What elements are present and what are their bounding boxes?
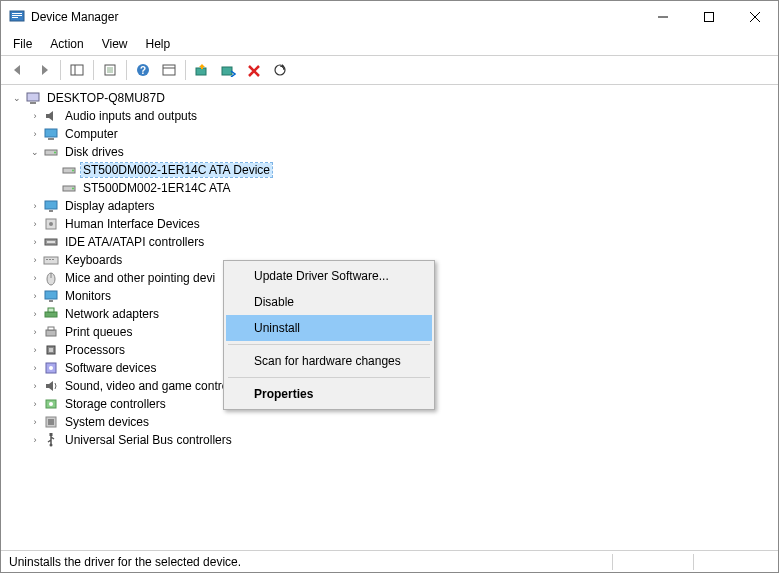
svg-rect-47 bbox=[46, 330, 56, 336]
context-menu: Update Driver Software... Disable Uninst… bbox=[223, 260, 435, 410]
disk-icon bbox=[61, 180, 77, 196]
expand-icon[interactable]: › bbox=[27, 234, 43, 250]
ctx-separator bbox=[228, 344, 430, 345]
svg-rect-37 bbox=[44, 257, 58, 264]
action-button[interactable] bbox=[157, 58, 181, 82]
tree-node[interactable]: ›Display adapters bbox=[5, 197, 778, 215]
show-hide-tree-button[interactable] bbox=[65, 58, 89, 82]
node-label: Mice and other pointing devi bbox=[63, 271, 217, 285]
collapse-icon[interactable]: ⌄ bbox=[27, 144, 43, 160]
svg-rect-50 bbox=[49, 348, 53, 352]
window-title: Device Manager bbox=[31, 10, 640, 24]
expand-icon[interactable]: › bbox=[27, 342, 43, 358]
expand-icon[interactable]: › bbox=[27, 432, 43, 448]
computer-icon bbox=[43, 126, 59, 142]
expand-icon[interactable]: › bbox=[27, 324, 43, 340]
node-label: System devices bbox=[63, 415, 151, 429]
ctx-disable[interactable]: Disable bbox=[226, 289, 432, 315]
tree-node[interactable]: ›IDE ATA/ATAPI controllers bbox=[5, 233, 778, 251]
tree-node[interactable]: ›Computer bbox=[5, 125, 778, 143]
svg-rect-43 bbox=[45, 291, 57, 299]
display-icon bbox=[43, 198, 59, 214]
back-button[interactable] bbox=[6, 58, 30, 82]
properties-button[interactable] bbox=[98, 58, 122, 82]
node-label: IDE ATA/ATAPI controllers bbox=[63, 235, 206, 249]
menu-file[interactable]: File bbox=[5, 35, 40, 53]
tree-child-node[interactable]: ST500DM002-1ER14C ATA bbox=[5, 179, 778, 197]
expand-icon[interactable]: › bbox=[27, 270, 43, 286]
toolbar-separator bbox=[126, 60, 127, 80]
menu-help[interactable]: Help bbox=[138, 35, 179, 53]
menu-view[interactable]: View bbox=[94, 35, 136, 53]
svg-rect-22 bbox=[30, 102, 36, 104]
svg-rect-44 bbox=[49, 300, 53, 302]
expand-icon[interactable]: › bbox=[27, 198, 43, 214]
expand-icon[interactable]: › bbox=[27, 108, 43, 124]
tree-node[interactable]: ⌄Disk drives bbox=[5, 143, 778, 161]
print-icon bbox=[43, 324, 59, 340]
expand-icon[interactable]: › bbox=[27, 378, 43, 394]
collapse-icon[interactable]: ⌄ bbox=[9, 90, 25, 106]
expand-icon[interactable]: › bbox=[27, 216, 43, 232]
svg-rect-46 bbox=[48, 308, 54, 312]
ctx-scan[interactable]: Scan for hardware changes bbox=[226, 348, 432, 374]
network-icon bbox=[43, 306, 59, 322]
expand-icon[interactable]: › bbox=[27, 252, 43, 268]
svg-rect-56 bbox=[48, 419, 54, 425]
maximize-button[interactable] bbox=[686, 1, 732, 33]
svg-rect-16 bbox=[163, 65, 175, 75]
node-label: Storage controllers bbox=[63, 397, 168, 411]
tree-node[interactable]: ›System devices bbox=[5, 413, 778, 431]
tree-node[interactable]: ›Human Interface Devices bbox=[5, 215, 778, 233]
expand-icon[interactable]: › bbox=[27, 126, 43, 142]
svg-point-28 bbox=[72, 170, 74, 172]
svg-point-52 bbox=[49, 366, 53, 370]
svg-point-34 bbox=[49, 222, 53, 226]
uninstall-button[interactable] bbox=[242, 58, 266, 82]
disable-button[interactable] bbox=[216, 58, 240, 82]
tree-root-node[interactable]: ⌄ DESKTOP-Q8MU87D bbox=[5, 89, 778, 107]
minimize-button[interactable] bbox=[640, 1, 686, 33]
svg-rect-38 bbox=[46, 259, 48, 260]
cpu-icon bbox=[43, 342, 59, 358]
expand-icon[interactable]: › bbox=[27, 396, 43, 412]
expand-icon[interactable]: › bbox=[27, 360, 43, 376]
close-button[interactable] bbox=[732, 1, 778, 33]
software-icon bbox=[43, 360, 59, 376]
svg-rect-36 bbox=[47, 241, 55, 243]
disk-icon bbox=[43, 144, 59, 160]
expand-icon[interactable]: › bbox=[27, 288, 43, 304]
svg-rect-5 bbox=[705, 13, 714, 22]
ctx-uninstall[interactable]: Uninstall bbox=[226, 315, 432, 341]
forward-button[interactable] bbox=[32, 58, 56, 82]
sound-icon bbox=[43, 378, 59, 394]
svg-rect-19 bbox=[222, 67, 232, 75]
ctx-update-driver[interactable]: Update Driver Software... bbox=[226, 263, 432, 289]
device-tree[interactable]: ⌄ DESKTOP-Q8MU87D ›Audio inputs and outp… bbox=[1, 85, 778, 550]
svg-rect-8 bbox=[71, 65, 83, 75]
svg-rect-3 bbox=[12, 17, 18, 18]
ctx-separator bbox=[228, 377, 430, 378]
svg-rect-32 bbox=[49, 210, 53, 212]
keyboard-icon bbox=[43, 252, 59, 268]
svg-point-30 bbox=[72, 188, 74, 190]
svg-text:?: ? bbox=[140, 65, 146, 76]
update-driver-button[interactable] bbox=[190, 58, 214, 82]
tree-node[interactable]: ›Audio inputs and outputs bbox=[5, 107, 778, 125]
scan-hardware-button[interactable] bbox=[268, 58, 292, 82]
titlebar[interactable]: Device Manager bbox=[1, 1, 778, 33]
ide-icon bbox=[43, 234, 59, 250]
node-label: Human Interface Devices bbox=[63, 217, 202, 231]
tree-child-node[interactable]: ST500DM002-1ER14C ATA Device bbox=[5, 161, 778, 179]
disk-icon bbox=[61, 162, 77, 178]
menu-action[interactable]: Action bbox=[42, 35, 91, 53]
ctx-properties[interactable]: Properties bbox=[226, 381, 432, 407]
usb-icon bbox=[43, 432, 59, 448]
expand-icon[interactable]: › bbox=[27, 306, 43, 322]
svg-rect-48 bbox=[48, 327, 54, 330]
help-button[interactable]: ? bbox=[131, 58, 155, 82]
tree-node[interactable]: ›Universal Serial Bus controllers bbox=[5, 431, 778, 449]
expand-icon[interactable]: › bbox=[27, 414, 43, 430]
node-label: DESKTOP-Q8MU87D bbox=[45, 91, 167, 105]
mouse-icon bbox=[43, 270, 59, 286]
